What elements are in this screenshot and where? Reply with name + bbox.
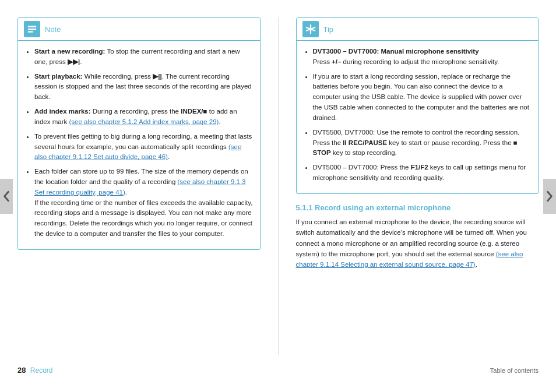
tip-list: DVT3000 – DVT7000: Manual microphone sen… (304, 47, 532, 183)
note-icon (24, 21, 40, 37)
tip-icon (302, 21, 319, 37)
note-item-5: Each folder can store up to 99 files. Th… (34, 167, 253, 239)
right-column: Tip DVT3000 – DVT7000: Manual microphone… (278, 17, 539, 355)
footer-left: 28 Record (17, 366, 53, 375)
footer-right: Table of contents (490, 367, 539, 374)
left-nav-arrow[interactable] (0, 179, 13, 214)
tip-box-header: Tip (297, 18, 539, 41)
note-item-2: Start playback: While recording, press ▶… (34, 72, 253, 103)
svg-rect-2 (28, 31, 33, 33)
note-item-4: To prevent files getting to big during a… (34, 132, 253, 163)
left-column: Note Start a new recording: To stop the … (17, 17, 261, 355)
page: Note Start a new recording: To stop the … (0, 0, 556, 392)
page-number: 28 (17, 366, 26, 375)
main-content: Note Start a new recording: To stop the … (0, 12, 556, 361)
svg-rect-1 (28, 29, 36, 30)
right-nav-arrow[interactable] (543, 179, 556, 214)
external-source-link[interactable]: (see also chapter 9.1.14 Selecting an ex… (296, 250, 523, 268)
footer: 28 Record Table of contents (0, 361, 556, 375)
tip-item-2: If you are to start a long recording ses… (313, 72, 532, 123)
tip-item-3: DVT5500, DVT7000: Use the remote to cont… (313, 128, 532, 158)
tip-item-4: DVT5000 – DVT7000: Press the F1/F2 keys … (313, 163, 532, 183)
svg-rect-0 (28, 26, 36, 27)
section-body: If you connect an external microphone to… (296, 217, 539, 270)
tip-body: DVT3000 – DVT7000: Manual microphone sen… (297, 41, 539, 193)
index-marks-link[interactable]: (see also chapter 5.1.2 Add index marks,… (69, 118, 219, 125)
tip-item-1: DVT3000 – DVT7000: Manual microphone sen… (313, 47, 532, 68)
note-item-3: Add index marks: During a recording, pre… (34, 107, 253, 128)
note-box-header: Note (18, 18, 260, 41)
note-list: Start a new recording: To stop the curre… (25, 47, 253, 239)
tip-box: Tip DVT3000 – DVT7000: Manual microphone… (296, 17, 539, 194)
section-heading: 5.1.1 Record using an external microphon… (296, 203, 539, 212)
recording-quality-link[interactable]: (see also chapter 9.1.3 Set recording qu… (34, 178, 246, 196)
note-body: Start a new recording: To stop the curre… (18, 41, 260, 249)
note-title: Note (45, 25, 61, 34)
section-name: Record (30, 366, 53, 375)
note-item-1: Start a new recording: To stop the curre… (34, 47, 253, 68)
tip-title: Tip (323, 25, 334, 34)
note-box: Note Start a new recording: To stop the … (17, 17, 261, 250)
auto-divide-link[interactable]: (see also chapter 9.1.12 Set auto divide… (34, 143, 241, 161)
